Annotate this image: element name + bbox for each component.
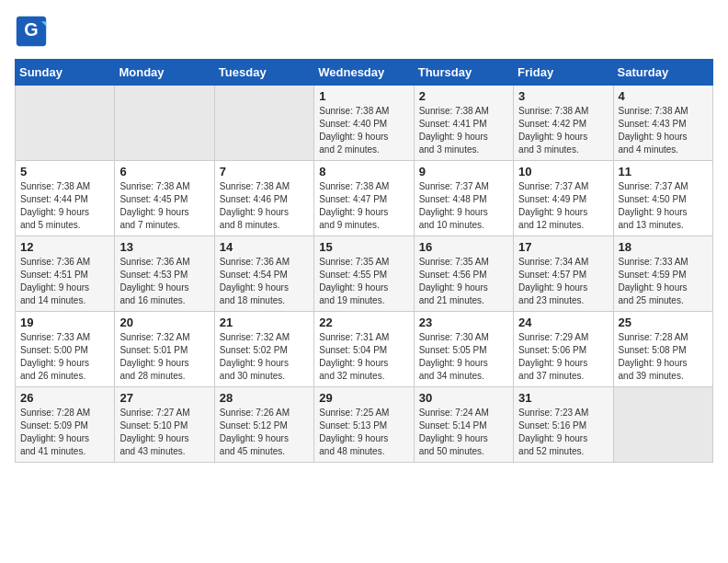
day-number: 11 — [619, 165, 708, 178]
calendar-cell: 7Sunrise: 7:38 AM Sunset: 4:46 PM Daylig… — [214, 161, 313, 236]
day-info: Sunrise: 7:23 AM Sunset: 5:16 PM Dayligh… — [518, 407, 608, 458]
day-info: Sunrise: 7:24 AM Sunset: 5:14 PM Dayligh… — [419, 407, 508, 458]
day-info: Sunrise: 7:28 AM Sunset: 5:09 PM Dayligh… — [20, 407, 109, 458]
day-info: Sunrise: 7:37 AM Sunset: 4:48 PM Dayligh… — [419, 180, 508, 232]
day-info: Sunrise: 7:33 AM Sunset: 5:00 PM Dayligh… — [20, 331, 109, 383]
day-number: 19 — [20, 316, 109, 329]
weekday-header-wednesday: Wednesday — [314, 60, 414, 86]
day-info: Sunrise: 7:36 AM Sunset: 4:51 PM Dayligh… — [20, 256, 109, 307]
day-number: 26 — [20, 391, 109, 405]
day-info: Sunrise: 7:37 AM Sunset: 4:50 PM Dayligh… — [619, 180, 708, 232]
logo-icon: G — [15, 15, 48, 48]
calendar-cell: 2Sunrise: 7:38 AM Sunset: 4:41 PM Daylig… — [414, 86, 513, 161]
calendar-cell: 15Sunrise: 7:35 AM Sunset: 4:55 PM Dayli… — [314, 236, 414, 312]
day-info: Sunrise: 7:32 AM Sunset: 5:02 PM Dayligh… — [220, 331, 309, 383]
day-number: 5 — [20, 165, 109, 178]
calendar-cell: 30Sunrise: 7:24 AM Sunset: 5:14 PM Dayli… — [414, 387, 513, 463]
day-number: 21 — [220, 316, 309, 329]
calendar-cell — [115, 86, 214, 161]
calendar-cell: 26Sunrise: 7:28 AM Sunset: 5:09 PM Dayli… — [16, 387, 115, 463]
day-number: 2 — [419, 89, 508, 103]
day-number: 25 — [619, 316, 708, 329]
week-row-4: 19Sunrise: 7:33 AM Sunset: 5:00 PM Dayli… — [16, 312, 713, 387]
day-info: Sunrise: 7:38 AM Sunset: 4:47 PM Dayligh… — [319, 180, 408, 232]
weekday-header-monday: Monday — [115, 60, 214, 86]
day-info: Sunrise: 7:28 AM Sunset: 5:08 PM Dayligh… — [619, 331, 708, 383]
calendar-cell: 8Sunrise: 7:38 AM Sunset: 4:47 PM Daylig… — [314, 161, 414, 236]
calendar-cell: 11Sunrise: 7:37 AM Sunset: 4:50 PM Dayli… — [613, 161, 712, 236]
day-info: Sunrise: 7:35 AM Sunset: 4:55 PM Dayligh… — [319, 256, 408, 307]
calendar-cell: 25Sunrise: 7:28 AM Sunset: 5:08 PM Dayli… — [613, 312, 712, 387]
calendar-cell: 19Sunrise: 7:33 AM Sunset: 5:00 PM Dayli… — [16, 312, 115, 387]
weekday-header-tuesday: Tuesday — [214, 60, 313, 86]
day-number: 9 — [419, 165, 508, 178]
calendar-cell: 29Sunrise: 7:25 AM Sunset: 5:13 PM Dayli… — [314, 387, 414, 463]
calendar-cell: 31Sunrise: 7:23 AM Sunset: 5:16 PM Dayli… — [514, 387, 613, 463]
weekday-header-sunday: Sunday — [16, 60, 115, 86]
day-number: 31 — [518, 391, 608, 405]
calendar-cell: 28Sunrise: 7:26 AM Sunset: 5:12 PM Dayli… — [214, 387, 313, 463]
week-row-1: 1Sunrise: 7:38 AM Sunset: 4:40 PM Daylig… — [16, 86, 713, 161]
calendar-cell: 24Sunrise: 7:29 AM Sunset: 5:06 PM Dayli… — [514, 312, 613, 387]
day-number: 24 — [518, 316, 608, 329]
day-number: 16 — [419, 240, 508, 254]
calendar-cell: 16Sunrise: 7:35 AM Sunset: 4:56 PM Dayli… — [414, 236, 513, 312]
day-number: 14 — [220, 240, 309, 254]
page-header: G — [15, 15, 713, 48]
day-number: 1 — [319, 89, 408, 103]
calendar-cell: 23Sunrise: 7:30 AM Sunset: 5:05 PM Dayli… — [414, 312, 513, 387]
day-number: 22 — [319, 316, 408, 329]
day-number: 8 — [319, 165, 408, 178]
calendar-cell: 20Sunrise: 7:32 AM Sunset: 5:01 PM Dayli… — [115, 312, 214, 387]
day-info: Sunrise: 7:25 AM Sunset: 5:13 PM Dayligh… — [319, 407, 408, 458]
day-info: Sunrise: 7:29 AM Sunset: 5:06 PM Dayligh… — [518, 331, 608, 383]
day-info: Sunrise: 7:38 AM Sunset: 4:45 PM Dayligh… — [119, 180, 209, 232]
week-row-3: 12Sunrise: 7:36 AM Sunset: 4:51 PM Dayli… — [16, 236, 713, 312]
calendar-cell: 1Sunrise: 7:38 AM Sunset: 4:40 PM Daylig… — [314, 86, 414, 161]
calendar-cell — [613, 387, 712, 463]
calendar-cell: 21Sunrise: 7:32 AM Sunset: 5:02 PM Dayli… — [214, 312, 313, 387]
day-number: 17 — [518, 240, 608, 254]
day-info: Sunrise: 7:36 AM Sunset: 4:53 PM Dayligh… — [119, 256, 209, 307]
day-number: 29 — [319, 391, 408, 405]
day-info: Sunrise: 7:38 AM Sunset: 4:44 PM Dayligh… — [20, 180, 109, 232]
calendar-cell: 22Sunrise: 7:31 AM Sunset: 5:04 PM Dayli… — [314, 312, 414, 387]
calendar-cell: 14Sunrise: 7:36 AM Sunset: 4:54 PM Dayli… — [214, 236, 313, 312]
day-info: Sunrise: 7:30 AM Sunset: 5:05 PM Dayligh… — [419, 331, 508, 383]
day-number: 30 — [419, 391, 508, 405]
day-info: Sunrise: 7:32 AM Sunset: 5:01 PM Dayligh… — [119, 331, 209, 383]
day-info: Sunrise: 7:38 AM Sunset: 4:43 PM Dayligh… — [619, 105, 708, 156]
calendar-cell: 6Sunrise: 7:38 AM Sunset: 4:45 PM Daylig… — [115, 161, 214, 236]
calendar-cell: 10Sunrise: 7:37 AM Sunset: 4:49 PM Dayli… — [514, 161, 613, 236]
weekday-header-row: SundayMondayTuesdayWednesdayThursdayFrid… — [16, 60, 713, 86]
day-info: Sunrise: 7:33 AM Sunset: 4:59 PM Dayligh… — [619, 256, 708, 307]
day-number: 4 — [619, 89, 708, 103]
day-number: 13 — [119, 240, 209, 254]
day-info: Sunrise: 7:34 AM Sunset: 4:57 PM Dayligh… — [518, 256, 608, 307]
week-row-5: 26Sunrise: 7:28 AM Sunset: 5:09 PM Dayli… — [16, 387, 713, 463]
day-number: 3 — [518, 89, 608, 103]
calendar-cell: 18Sunrise: 7:33 AM Sunset: 4:59 PM Dayli… — [613, 236, 712, 312]
day-number: 12 — [20, 240, 109, 254]
day-number: 6 — [119, 165, 209, 178]
svg-text:G: G — [24, 19, 38, 40]
week-row-2: 5Sunrise: 7:38 AM Sunset: 4:44 PM Daylig… — [16, 161, 713, 236]
weekday-header-thursday: Thursday — [414, 60, 513, 86]
day-info: Sunrise: 7:26 AM Sunset: 5:12 PM Dayligh… — [220, 407, 309, 458]
day-number: 27 — [119, 391, 209, 405]
calendar-table: SundayMondayTuesdayWednesdayThursdayFrid… — [15, 59, 713, 463]
calendar-cell — [16, 86, 115, 161]
day-number: 7 — [220, 165, 309, 178]
day-number: 15 — [319, 240, 408, 254]
calendar-cell: 9Sunrise: 7:37 AM Sunset: 4:48 PM Daylig… — [414, 161, 513, 236]
day-info: Sunrise: 7:27 AM Sunset: 5:10 PM Dayligh… — [119, 407, 209, 458]
day-info: Sunrise: 7:38 AM Sunset: 4:40 PM Dayligh… — [319, 105, 408, 156]
calendar-cell — [214, 86, 313, 161]
calendar-cell: 5Sunrise: 7:38 AM Sunset: 4:44 PM Daylig… — [16, 161, 115, 236]
calendar-cell: 3Sunrise: 7:38 AM Sunset: 4:42 PM Daylig… — [514, 86, 613, 161]
day-number: 10 — [518, 165, 608, 178]
day-number: 18 — [619, 240, 708, 254]
day-info: Sunrise: 7:38 AM Sunset: 4:42 PM Dayligh… — [518, 105, 608, 156]
day-number: 23 — [419, 316, 508, 329]
day-info: Sunrise: 7:37 AM Sunset: 4:49 PM Dayligh… — [518, 180, 608, 232]
